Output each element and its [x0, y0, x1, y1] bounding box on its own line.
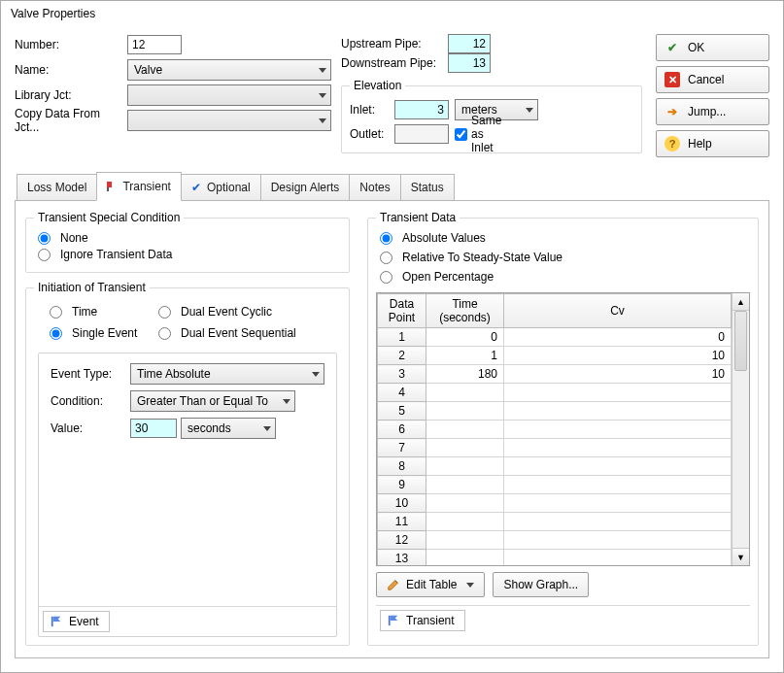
inlet-input[interactable]: [394, 100, 449, 119]
edit-table-button[interactable]: Edit Table: [376, 572, 485, 597]
row-index: 10: [378, 494, 426, 513]
cell-time[interactable]: 0: [426, 328, 504, 347]
radio-time[interactable]: Time: [48, 305, 153, 319]
row-index: 9: [378, 476, 426, 494]
cell-cv[interactable]: [504, 439, 732, 457]
chevron-down-icon: [526, 108, 533, 113]
value-units-combo[interactable]: seconds: [181, 418, 276, 439]
table-row[interactable]: 12: [378, 531, 732, 550]
row-index: 1: [378, 328, 426, 347]
tab-transient[interactable]: Transient: [96, 172, 182, 201]
name-value: Valve: [134, 63, 162, 77]
cell-cv[interactable]: 10: [504, 365, 732, 384]
radio-absolute[interactable]: Absolute Values: [378, 231, 748, 245]
table-row[interactable]: 11: [378, 513, 732, 531]
downstream-label: Downstream Pipe:: [341, 56, 448, 70]
radio-dual-seq[interactable]: Dual Event Sequential: [156, 326, 318, 340]
cell-cv[interactable]: [504, 550, 732, 566]
tab-status[interactable]: Status: [400, 174, 455, 200]
scroll-down-icon[interactable]: ▼: [733, 548, 749, 565]
show-graph-button[interactable]: Show Graph...: [493, 572, 589, 597]
col-time[interactable]: Time (seconds): [426, 294, 504, 328]
cell-cv[interactable]: [504, 513, 732, 531]
radio-single-event[interactable]: Single Event: [48, 326, 153, 340]
cell-cv[interactable]: [504, 457, 732, 476]
name-combo[interactable]: Valve: [127, 59, 331, 81]
table-row[interactable]: 2110: [378, 347, 732, 365]
help-button[interactable]: ? Help: [656, 130, 769, 157]
cell-time[interactable]: [426, 550, 504, 566]
radio-open-pct[interactable]: Open Percentage: [378, 270, 748, 284]
table-row[interactable]: 13: [378, 550, 732, 566]
row-index: 2: [378, 347, 426, 365]
cell-cv[interactable]: 0: [504, 328, 732, 347]
col-point[interactable]: Data Point: [378, 294, 426, 328]
radio-relative[interactable]: Relative To Steady-State Value: [378, 251, 748, 264]
radio-dual-cyclic[interactable]: Dual Event Cyclic: [156, 305, 318, 319]
table-row[interactable]: 6: [378, 421, 732, 439]
cell-cv[interactable]: [504, 421, 732, 439]
event-type-combo[interactable]: Time Absolute: [130, 363, 324, 385]
same-as-inlet-label: Same as Inlet: [471, 114, 501, 154]
radio-none[interactable]: None: [36, 231, 339, 245]
library-combo[interactable]: [127, 84, 331, 106]
scroll-thumb[interactable]: [734, 311, 747, 371]
radio-ignore[interactable]: Ignore Transient Data: [36, 248, 339, 261]
ok-button[interactable]: ✔ OK: [656, 34, 769, 61]
transient-table[interactable]: Data Point Time (seconds) Cv 10021103180…: [376, 292, 750, 566]
table-row[interactable]: 4: [378, 384, 732, 402]
scrollbar[interactable]: ▲ ▼: [732, 293, 749, 565]
cell-time[interactable]: [426, 476, 504, 494]
table-row[interactable]: 8: [378, 457, 732, 476]
number-input[interactable]: [127, 35, 182, 54]
value-input[interactable]: [130, 419, 177, 438]
cell-time[interactable]: [426, 494, 504, 513]
check-icon: ✔: [191, 181, 201, 194]
inlet-label: Inlet:: [350, 103, 389, 117]
jump-button[interactable]: ➔ Jump...: [656, 98, 769, 125]
window-title: Valve Properties: [1, 1, 783, 24]
cell-cv[interactable]: [504, 494, 732, 513]
copy-combo[interactable]: [127, 110, 331, 131]
tab-optional[interactable]: ✔ Optional: [181, 174, 261, 200]
cell-cv[interactable]: [504, 384, 732, 402]
table-row[interactable]: 9: [378, 476, 732, 494]
cell-time[interactable]: [426, 384, 504, 402]
cell-time[interactable]: 1: [426, 347, 504, 365]
svg-rect-1: [389, 616, 391, 625]
cancel-button[interactable]: ✕ Cancel: [656, 66, 769, 93]
cell-time[interactable]: [426, 421, 504, 439]
subtab-event[interactable]: Event: [43, 611, 110, 632]
cell-time[interactable]: [426, 531, 504, 550]
row-index: 3: [378, 365, 426, 384]
name-label: Name:: [15, 63, 127, 77]
subtab-transient[interactable]: Transient: [380, 610, 465, 631]
condition-combo[interactable]: Greater Than or Equal To: [130, 390, 295, 412]
table-row[interactable]: 10: [378, 494, 732, 513]
tab-loss-model[interactable]: Loss Model: [17, 174, 97, 200]
cell-time[interactable]: 180: [426, 365, 504, 384]
cell-time[interactable]: [426, 513, 504, 531]
table-row[interactable]: 5: [378, 402, 732, 421]
cell-cv[interactable]: [504, 476, 732, 494]
scroll-up-icon[interactable]: ▲: [733, 293, 749, 311]
tab-notes[interactable]: Notes: [349, 174, 400, 200]
same-as-inlet-check[interactable]: Same as Inlet: [455, 114, 494, 154]
cell-time[interactable]: [426, 457, 504, 476]
tab-design-alerts[interactable]: Design Alerts: [260, 174, 351, 200]
same-as-inlet-checkbox[interactable]: [455, 128, 467, 141]
chevron-down-icon: [319, 118, 326, 123]
help-label: Help: [688, 137, 712, 151]
cell-cv[interactable]: [504, 531, 732, 550]
cell-time[interactable]: [426, 402, 504, 421]
close-icon: ✕: [665, 72, 680, 87]
help-icon: ?: [665, 136, 680, 151]
table-row[interactable]: 318010: [378, 365, 732, 384]
cell-cv[interactable]: [504, 402, 732, 421]
flag-icon: [50, 616, 63, 627]
table-row[interactable]: 7: [378, 439, 732, 457]
table-row[interactable]: 100: [378, 328, 732, 347]
cell-time[interactable]: [426, 439, 504, 457]
col-cv[interactable]: Cv: [504, 294, 732, 328]
cell-cv[interactable]: 10: [504, 347, 732, 365]
